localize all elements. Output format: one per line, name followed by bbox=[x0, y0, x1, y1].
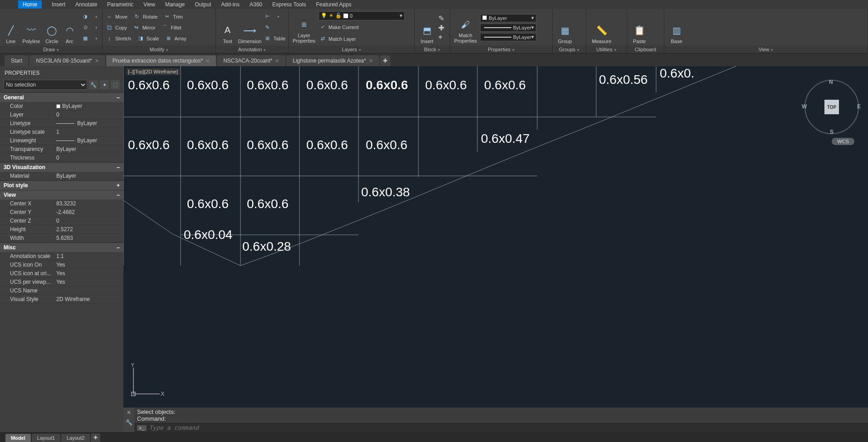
prop-row[interactable]: UCS Name bbox=[0, 287, 123, 295]
tool-match-properties[interactable]: 🖌MatchProperties bbox=[453, 11, 478, 44]
tool-measure[interactable]: 📏Measure bbox=[589, 11, 614, 44]
prop-row[interactable]: Thickness0 bbox=[0, 154, 123, 162]
draw-extra-3[interactable]: ▦ bbox=[81, 34, 99, 44]
close-icon[interactable]: ✕ bbox=[369, 58, 373, 64]
wcs-badge[interactable]: WCS bbox=[832, 138, 854, 145]
block-ex1[interactable]: ✎ bbox=[438, 14, 444, 23]
viewport[interactable]: [–][Top][2D Wireframe] 0.6x0.60.6x0.60.6… bbox=[123, 66, 868, 442]
file-tab[interactable]: NSC3LAN 08-15cuant*✕ bbox=[29, 55, 105, 66]
panel-utilities-label[interactable]: Utilities bbox=[586, 46, 627, 53]
view-cube[interactable]: TOP N S E W bbox=[804, 80, 859, 134]
close-icon[interactable]: ✕ bbox=[275, 58, 279, 64]
tool-polyline[interactable]: 〰Polyline bbox=[20, 11, 42, 44]
prop-lineweight-combo[interactable]: ByLayer▾ bbox=[480, 24, 536, 32]
file-tab[interactable]: NSC3ACA-20cuant*✕ bbox=[217, 55, 285, 66]
prop-row[interactable]: Visual Style2D Wireframe bbox=[0, 295, 123, 304]
prop-row[interactable]: ColorByLayer bbox=[0, 102, 123, 111]
file-tab[interactable]: Start bbox=[5, 55, 29, 66]
panel-view-label[interactable]: View bbox=[664, 46, 868, 53]
tool-table[interactable]: ⊞Table bbox=[264, 34, 285, 44]
prop-row[interactable]: Height2.5272 bbox=[0, 225, 123, 234]
tool-paste[interactable]: 📋Paste bbox=[630, 11, 649, 44]
cmd-close-icon[interactable]: ✕ bbox=[123, 408, 134, 418]
add-layout-button[interactable]: ✚ bbox=[91, 433, 100, 442]
tool-arc[interactable]: ◠Arc bbox=[62, 11, 78, 44]
match-layer[interactable]: ⇄Match Layer bbox=[319, 34, 405, 44]
menu-insert[interactable]: Insert bbox=[52, 1, 65, 8]
close-icon[interactable]: ✕ bbox=[206, 58, 210, 64]
menu-parametric[interactable]: Parametric bbox=[107, 1, 133, 8]
prop-row[interactable]: UCS icon at ori...Yes bbox=[0, 269, 123, 278]
prop-row[interactable]: Center Z0 bbox=[0, 217, 123, 225]
panel-groups-label[interactable]: Groups bbox=[553, 46, 586, 53]
menu-add-ins[interactable]: Add-ins bbox=[221, 1, 240, 8]
prop-row[interactable]: TransparencyByLayer bbox=[0, 145, 123, 154]
menu-a360[interactable]: A360 bbox=[250, 1, 262, 8]
menu-output[interactable]: Output bbox=[195, 1, 211, 8]
tool-trim[interactable]: ✂Trim bbox=[163, 12, 183, 22]
viewcube-top[interactable]: TOP bbox=[824, 100, 839, 114]
tool-mirror[interactable]: ⇋Mirror bbox=[132, 23, 156, 33]
add-tab-button[interactable]: ✚ bbox=[380, 55, 390, 66]
panel-properties-label[interactable]: Properties bbox=[450, 46, 552, 53]
prop-row[interactable]: LineweightByLayer bbox=[0, 136, 123, 145]
tool-move[interactable]: ↔Move bbox=[105, 12, 128, 22]
menu-featured-apps[interactable]: Featured Apps bbox=[316, 1, 352, 8]
prop-btn-quick[interactable]: ✦ bbox=[100, 80, 109, 89]
ann-extra-1[interactable]: ⊢ bbox=[264, 12, 285, 22]
tool-group[interactable]: ▦Group bbox=[555, 11, 574, 44]
prop-group-general[interactable]: General– bbox=[0, 92, 123, 102]
draw-extra-1[interactable]: ◑ bbox=[81, 12, 99, 22]
layout-tab-layout2[interactable]: Layout2 bbox=[61, 434, 90, 442]
tool-line[interactable]: ╱Line bbox=[3, 11, 19, 44]
menu-express-tools[interactable]: Express Tools bbox=[272, 1, 306, 8]
prop-group-misc[interactable]: Misc– bbox=[0, 243, 123, 252]
command-input[interactable] bbox=[149, 424, 865, 431]
tool-scale[interactable]: ◨Scale bbox=[137, 34, 159, 44]
tool-fillet[interactable]: ⌒Fillet bbox=[161, 23, 181, 33]
prop-row[interactable]: Linetype scale1 bbox=[0, 128, 123, 136]
layout-tab-model[interactable]: Model bbox=[5, 434, 31, 442]
tool-circle[interactable]: ◯Circle bbox=[44, 11, 59, 44]
menu-view[interactable]: View bbox=[143, 1, 155, 8]
layout-tab-layout1[interactable]: Layout1 bbox=[32, 434, 60, 442]
draw-extra-2[interactable]: ⊙ bbox=[81, 23, 99, 33]
prop-row[interactable]: UCS icon OnYes bbox=[0, 261, 123, 269]
tool-text[interactable]: AText bbox=[219, 11, 236, 44]
prop-color-combo[interactable]: ByLayer▾ bbox=[480, 14, 536, 22]
tool-dimension[interactable]: ⟶Dimension bbox=[238, 11, 262, 44]
panel-layers-label[interactable]: Layers bbox=[289, 46, 414, 53]
prop-row[interactable]: Center X83.3232 bbox=[0, 199, 123, 208]
tool-array[interactable]: ⊞Array bbox=[164, 34, 186, 44]
prop-row[interactable]: LinetypeByLayer bbox=[0, 119, 123, 128]
compass-n[interactable]: N bbox=[829, 79, 833, 85]
prop-row[interactable]: UCS per viewp...Yes bbox=[0, 278, 123, 287]
block-ex3[interactable]: ⌖ bbox=[438, 33, 444, 41]
selection-combo[interactable]: No selection bbox=[4, 80, 87, 90]
tool-insert[interactable]: ⬒Insert bbox=[417, 11, 436, 44]
layer-combo[interactable]: 💡☀🔓 0 ▾ bbox=[319, 11, 405, 20]
prop-btn-select[interactable]: ⬚ bbox=[111, 80, 120, 89]
panel-draw-label[interactable]: Draw bbox=[0, 46, 102, 53]
tool-copy[interactable]: ⿻Copy bbox=[105, 23, 127, 33]
prop-btn-pim[interactable]: 🔧 bbox=[89, 80, 98, 89]
tool-layer-properties[interactable]: ≡LayerProperties bbox=[291, 11, 317, 44]
ann-extra-2[interactable]: ✎ bbox=[264, 23, 285, 33]
panel-modify-label[interactable]: Modify bbox=[103, 46, 216, 53]
prop-group-plot-style[interactable]: Plot style+ bbox=[0, 180, 123, 190]
cmd-handle-icon[interactable]: 🔧 bbox=[123, 418, 134, 427]
menu-home[interactable]: Home bbox=[18, 0, 42, 9]
prop-linetype-combo[interactable]: ByLayer▾ bbox=[480, 33, 536, 41]
close-icon[interactable]: ✕ bbox=[95, 58, 99, 64]
panel-annotation-label[interactable]: Annotation bbox=[216, 46, 288, 53]
tool-rotate[interactable]: ↻Rotate bbox=[133, 12, 157, 22]
make-current[interactable]: ✓Make Current bbox=[319, 22, 405, 32]
file-tab[interactable]: Lighstone permalastik Azotea*✕ bbox=[286, 55, 379, 66]
compass-w[interactable]: W bbox=[802, 103, 807, 110]
prop-row[interactable]: Center Y-2.4682 bbox=[0, 208, 123, 217]
panel-clipboard-label[interactable]: Clipboard bbox=[627, 46, 664, 53]
block-ex2[interactable]: ✚ bbox=[438, 24, 444, 32]
prop-row[interactable]: Annotation scale1:1 bbox=[0, 252, 123, 261]
compass-s[interactable]: S bbox=[830, 129, 834, 135]
file-tab[interactable]: Prueba extraccion datos rectangulos*✕ bbox=[106, 55, 216, 66]
